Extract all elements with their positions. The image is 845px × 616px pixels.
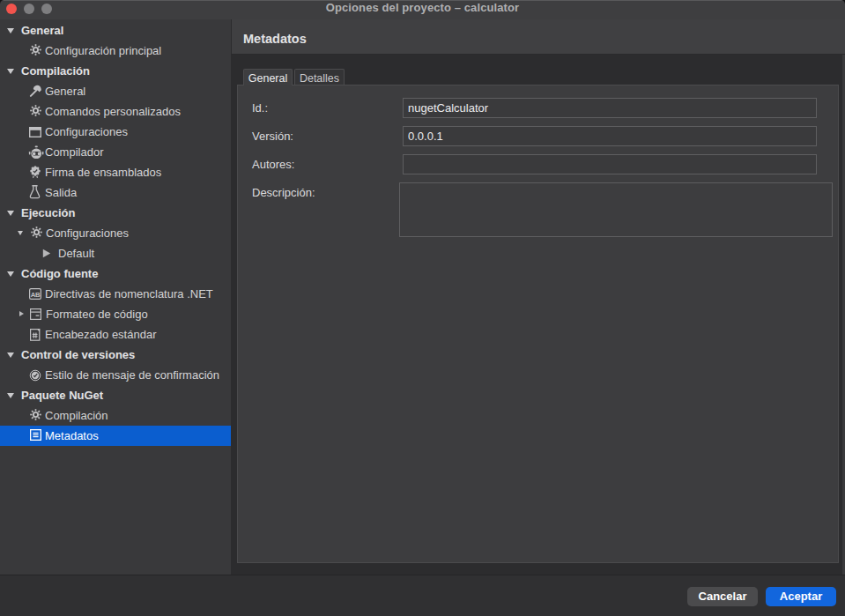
svg-text:AB: AB	[31, 291, 41, 299]
